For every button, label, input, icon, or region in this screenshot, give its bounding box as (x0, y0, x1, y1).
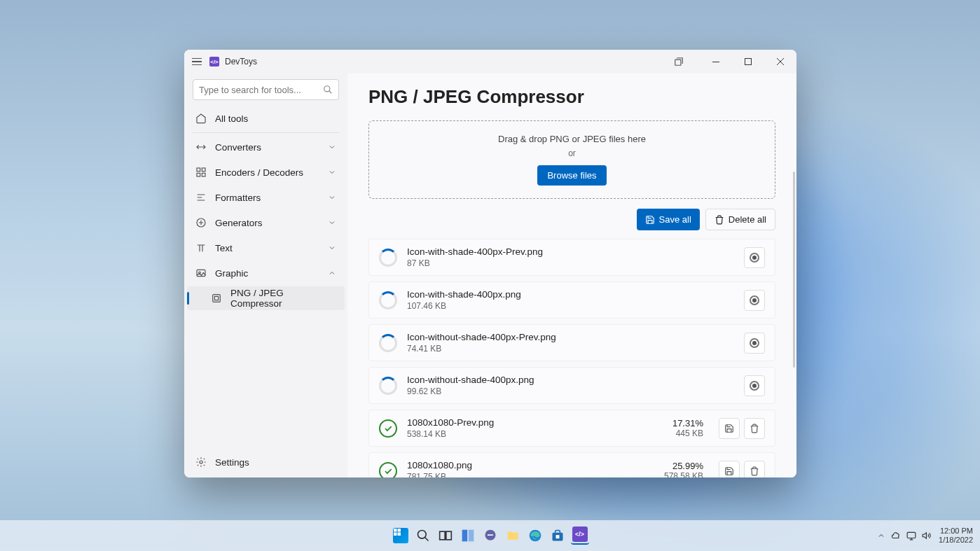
svg-rect-1 (712, 62, 719, 62)
file-size: 74.41 KB (407, 344, 734, 354)
sidebar-item-settings[interactable]: Settings (187, 450, 345, 474)
svg-rect-6 (197, 173, 200, 176)
svg-rect-13 (394, 529, 397, 532)
delete-file-button[interactable] (744, 461, 765, 478)
file-newsize: 445 KB (672, 428, 703, 438)
dropzone[interactable]: Drag & drop PNG or JPEG files here or Br… (368, 120, 775, 199)
sidebar-item-png-jpeg-compressor[interactable]: PNG / JPEG Compressor (187, 286, 345, 310)
store-icon[interactable] (548, 526, 567, 545)
taskbar: </> 12:00 PM 1/18/2022 (0, 520, 980, 551)
search-box[interactable] (193, 79, 339, 100)
scrollbar[interactable] (793, 172, 795, 368)
delete-file-button[interactable] (744, 418, 765, 439)
sidebar-item-label: Settings (215, 457, 249, 468)
sidebar-item-generators[interactable]: Generators (187, 211, 345, 235)
search-taskbar-icon[interactable] (414, 526, 432, 545)
file-name: Icon-with-shade-400px-Prev.png (407, 246, 734, 257)
svg-rect-20 (462, 530, 467, 542)
main-content: PNG / JPEG Compressor Drag & drop PNG or… (347, 74, 796, 477)
sidebar: All tools Converters Encoders / Decoders… (184, 74, 347, 477)
always-on-top-button[interactable] (666, 50, 691, 74)
file-size: 538.14 KB (407, 429, 663, 439)
cancel-file-button[interactable] (744, 290, 765, 311)
checkmark-icon (379, 419, 397, 438)
chevron-down-icon (328, 218, 336, 227)
save-file-button[interactable] (719, 418, 740, 439)
save-all-button[interactable]: Save all (637, 209, 700, 230)
tray-chevron-icon[interactable] (877, 531, 885, 540)
sidebar-item-encoders[interactable]: Encoders / Decoders (187, 160, 345, 184)
sidebar-item-label: Encoders / Decoders (215, 167, 303, 178)
text-icon (195, 242, 207, 253)
svg-point-17 (417, 531, 426, 539)
sidebar-item-text[interactable]: Text (187, 236, 345, 260)
search-input[interactable] (199, 85, 323, 95)
svg-rect-15 (394, 533, 397, 536)
tray-clock[interactable]: 12:00 PM 1/18/2022 (939, 526, 973, 545)
tray-monitor-icon[interactable] (906, 531, 916, 540)
sidebar-item-label: Text (215, 243, 233, 253)
minimize-button[interactable] (700, 50, 732, 74)
file-name: Icon-with-shade-400px.png (407, 289, 734, 300)
file-explorer-icon[interactable] (504, 526, 522, 545)
file-list: Icon-with-shade-400px-Prev.png87 KBIcon-… (368, 239, 775, 477)
svg-rect-7 (202, 173, 205, 176)
gear-icon (195, 456, 207, 468)
sidebar-item-label: Generators (215, 218, 263, 228)
task-view-icon[interactable] (436, 526, 455, 545)
app-window: </> DevToys All tools (184, 50, 796, 477)
generators-icon (195, 217, 207, 228)
svg-rect-16 (397, 533, 401, 536)
app-logo-icon: </> (209, 57, 219, 67)
chevron-up-icon (328, 269, 336, 277)
encoders-icon (195, 167, 207, 178)
chevron-down-icon (328, 143, 336, 151)
edge-icon[interactable] (526, 526, 544, 545)
chevron-down-icon (328, 244, 336, 252)
devtoys-taskbar-icon[interactable]: </> (571, 526, 589, 545)
sidebar-item-label: Converters (215, 142, 261, 153)
cancel-file-button[interactable] (744, 247, 765, 268)
cancel-file-button[interactable] (744, 375, 765, 396)
save-icon (645, 215, 655, 225)
sidebar-item-label: Formatters (215, 193, 261, 203)
svg-rect-5 (202, 168, 205, 172)
file-name: 1080x1080-Prev.png (407, 417, 663, 428)
file-size: 781.75 KB (407, 472, 654, 477)
svg-rect-26 (907, 532, 916, 538)
chevron-down-icon (328, 193, 336, 202)
hamburger-menu[interactable] (190, 55, 204, 69)
file-size: 99.62 KB (407, 386, 734, 396)
spinner-icon (379, 249, 397, 267)
file-size: 87 KB (407, 258, 734, 268)
svg-point-12 (200, 461, 202, 463)
sidebar-item-formatters[interactable]: Formatters (187, 186, 345, 209)
save-file-button[interactable] (719, 461, 740, 478)
start-button[interactable] (392, 526, 410, 545)
svg-rect-14 (397, 529, 401, 532)
cancel-file-button[interactable] (744, 333, 765, 354)
formatters-icon (195, 192, 207, 203)
tray-volume-icon[interactable] (922, 531, 932, 540)
svg-rect-25 (555, 535, 559, 538)
file-row: 1080x1080-Prev.png538.14 KB17.31%445 KB (368, 410, 775, 447)
file-percent: 17.31% (672, 418, 703, 428)
spinner-icon (379, 377, 397, 395)
sidebar-item-label: PNG / JPEG Compressor (230, 288, 336, 309)
file-name: Icon-without-shade-400px-Prev.png (407, 332, 734, 342)
sidebar-item-all-tools[interactable]: All tools (187, 106, 345, 130)
file-name: 1080x1080.png (407, 460, 654, 470)
maximize-button[interactable] (732, 50, 764, 74)
close-button[interactable] (764, 50, 796, 74)
sidebar-item-graphic[interactable]: Graphic (187, 261, 345, 285)
svg-rect-4 (197, 168, 200, 172)
file-size: 107.46 KB (407, 301, 734, 311)
file-percent: 25.99% (664, 461, 703, 471)
checkmark-icon (379, 462, 397, 478)
chat-icon[interactable] (481, 526, 499, 545)
browse-files-button[interactable]: Browse files (537, 165, 606, 186)
delete-all-button[interactable]: Delete all (705, 209, 775, 230)
widgets-icon[interactable] (459, 526, 477, 545)
tray-cloud-icon[interactable] (891, 531, 901, 540)
sidebar-item-converters[interactable]: Converters (187, 135, 345, 159)
